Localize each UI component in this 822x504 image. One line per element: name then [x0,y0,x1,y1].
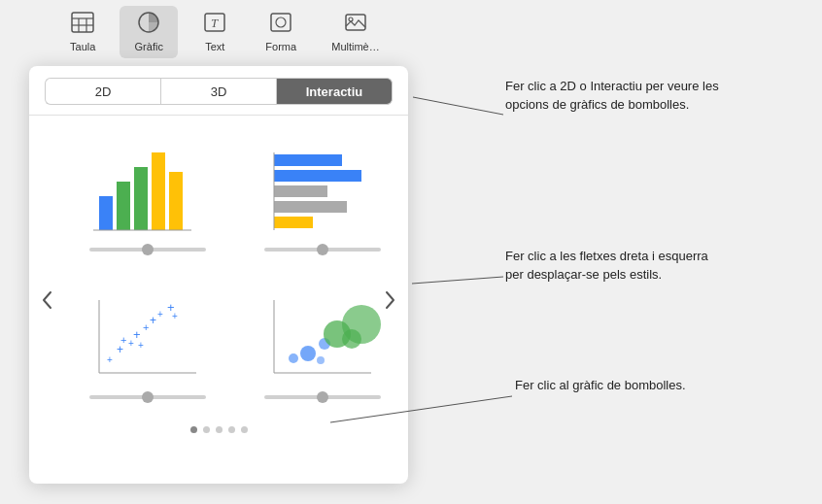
svg-text:+: + [107,354,113,365]
chart-card-bar-horizontal[interactable] [243,131,402,263]
table-icon [71,12,94,37]
svg-rect-16 [169,172,183,230]
page-dots [190,426,248,443]
segmented-control: 2D 3D Interactiu [29,66,408,116]
toolbar-item-grafic[interactable]: Gràfic [120,6,178,58]
text-icon: T [203,12,226,37]
annotation-2: Fer clic a les fletxes dreta i esquerra … [505,248,719,285]
toolbar-label-multime: Multimè… [331,41,380,52]
svg-rect-20 [274,185,327,197]
seg-btn-2d[interactable]: 2D [45,78,160,105]
svg-rect-12 [99,196,113,230]
svg-rect-18 [274,154,342,166]
svg-rect-13 [117,182,130,230]
svg-text:+: + [150,314,156,327]
svg-rect-19 [274,170,361,182]
slider-bar-3[interactable] [89,395,206,399]
svg-rect-10 [346,15,365,30]
shape-icon [269,12,292,37]
bubble-chart-svg [255,290,391,387]
page-dot-2[interactable] [203,426,210,433]
svg-text:+: + [157,309,163,319]
annotation-1: Fer clic a 2D o Interactiu per veure les… [505,78,719,115]
svg-text:+: + [143,321,149,333]
svg-text:+: + [120,334,126,346]
svg-text:+: + [138,340,144,351]
chart-card-bar-vertical[interactable] [68,131,227,263]
toolbar-item-forma[interactable]: Forma [252,6,310,58]
svg-rect-21 [274,201,347,213]
chart-card-scatter[interactable]: + + + + + + + + + + + [68,279,227,411]
page-dot-1[interactable] [190,426,197,433]
svg-line-46 [413,97,503,115]
annotation-3: Fer clic al gràfic de bombolles. [515,377,686,395]
slider-bar-4[interactable] [264,395,381,399]
page-dot-3[interactable] [216,426,223,433]
toolbar: Taula Gràfic T Text Forma [0,0,447,63]
slider-thumb-2[interactable] [317,244,328,255]
slider-thumb-1[interactable] [142,244,154,255]
svg-text:T: T [211,16,219,30]
svg-rect-15 [152,152,165,230]
bar-chart-vertical-svg [80,143,216,240]
seg-btn-3d[interactable]: 3D [160,78,277,105]
seg-btn-interactiu[interactable]: Interactiu [277,78,393,105]
toolbar-label-taula: Taula [70,41,95,52]
bar-chart-horizontal-svg [255,143,391,240]
page-dot-4[interactable] [228,426,235,433]
slider-bar-2[interactable] [264,248,381,252]
slider-bar-1[interactable] [89,248,206,252]
toolbar-item-text[interactable]: T Text [186,6,244,58]
toolbar-label-text: Text [205,41,224,52]
scatter-chart-svg: + + + + + + + + + + + [80,290,216,387]
toolbar-item-taula[interactable]: Taula [53,6,112,58]
charts-area: + + + + + + + + + + + [29,116,408,484]
arrow-left-button[interactable] [33,286,62,315]
svg-rect-14 [134,167,148,230]
arrow-right-button[interactable] [375,286,404,315]
toolbar-item-multime[interactable]: Multimè… [318,6,394,58]
slider-thumb-4[interactable] [317,391,328,403]
svg-rect-22 [274,217,313,228]
svg-line-47 [412,277,503,284]
svg-point-45 [317,356,325,364]
svg-point-39 [300,346,316,361]
chart-picker-panel: 2D 3D Interactiu [29,66,408,484]
chart-icon [137,12,160,37]
svg-point-9 [276,17,286,27]
media-icon [344,12,367,37]
svg-text:+: + [172,311,178,321]
toolbar-label-forma: Forma [265,41,296,52]
slider-thumb-3[interactable] [142,391,154,403]
charts-grid: + + + + + + + + + + + [29,116,408,426]
svg-rect-0 [72,13,93,32]
toolbar-label-grafic: Gràfic [135,41,163,52]
svg-point-44 [289,353,298,363]
page-dot-5[interactable] [241,426,248,433]
svg-rect-8 [271,14,291,31]
